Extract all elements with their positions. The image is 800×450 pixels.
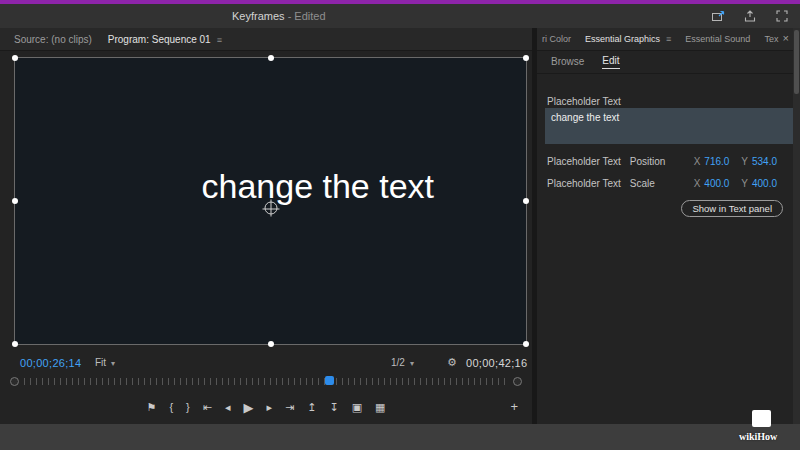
layer-name: change the text: [551, 112, 619, 123]
playback-resolution-dropdown[interactable]: 1/2▾: [391, 357, 414, 368]
tab-essential-graphics-label: Essential Graphics: [585, 34, 660, 44]
property-row-position: Placeholder Text Position X 716.0 Y 534.…: [547, 154, 783, 168]
x-axis-label: X: [694, 178, 701, 189]
step-back-button[interactable]: ◂: [225, 402, 231, 413]
close-icon[interactable]: ×: [783, 32, 789, 44]
panel-menu-icon[interactable]: ≡: [217, 35, 222, 45]
timeline-strip: [0, 424, 800, 450]
chevron-down-icon: ▾: [410, 359, 414, 368]
property-row-scale: Placeholder Text Scale X 400.0 Y 400.0: [547, 176, 783, 190]
time-ruler[interactable]: [24, 378, 508, 385]
zoom-handle-right[interactable]: [513, 377, 522, 386]
mark-out-button[interactable]: }: [186, 402, 190, 413]
tab-program-monitor[interactable]: Program: Sequence 01≡: [108, 34, 222, 45]
selection-handle-top-center[interactable]: [268, 55, 274, 61]
y-axis-label: Y: [741, 178, 748, 189]
monitor-tabstrip: Source: (no clips) Program: Sequence 01≡: [0, 28, 532, 51]
selection-handle-top-left[interactable]: [12, 55, 18, 61]
fit-dropdown-value: Fit: [95, 357, 106, 368]
comparison-view-button[interactable]: ▦: [375, 402, 385, 413]
go-to-in-button[interactable]: ⇤: [203, 402, 212, 413]
title-bar: Keyframes - Edited: [0, 4, 800, 29]
current-timecode[interactable]: 00;00;26;14: [20, 357, 81, 369]
tab-program-monitor-label: Program: Sequence 01: [108, 34, 211, 45]
selection-handle-mid-left[interactable]: [12, 198, 18, 204]
transport-controls: ⚑ { } ⇤ ◂ ▶ ▸ ⇥ ↥ ↧ ▣ ▦ +: [0, 392, 532, 422]
playhead-marker[interactable]: [325, 376, 334, 385]
x-axis-label: X: [694, 156, 701, 167]
position-y-value[interactable]: 534.0: [752, 156, 783, 167]
essential-graphics-panel: ri Color Essential Graphics≡ Essential S…: [537, 28, 793, 424]
panel-scrollbar[interactable]: [793, 28, 800, 424]
monitor-controls-row: 00;00;26;14 Fit▾ 1/2▾ ⚙ 00;00;42;16: [0, 353, 532, 373]
property-layer-name: Placeholder Text: [547, 178, 621, 189]
property-kind: Position: [630, 156, 666, 167]
anchor-point-icon[interactable]: [264, 202, 277, 215]
selection-handle-top-right[interactable]: [523, 55, 529, 61]
playback-resolution-value: 1/2: [391, 357, 405, 368]
settings-wrench-icon[interactable]: ⚙: [447, 356, 457, 369]
tab-source-monitor[interactable]: Source: (no clips): [14, 34, 92, 45]
scale-y-value[interactable]: 400.0: [752, 178, 783, 189]
add-marker-button[interactable]: ⚑: [147, 402, 157, 413]
layers-header: Placeholder Text: [547, 96, 621, 107]
lift-button[interactable]: ↥: [307, 402, 316, 413]
position-values: X 716.0 Y 534.0: [694, 156, 783, 167]
graphics-subtabs: Browse Edit: [537, 51, 793, 74]
export-frame-button[interactable]: ▣: [352, 402, 362, 413]
watermark-text: wikiHow: [739, 431, 777, 442]
position-x-value[interactable]: 716.0: [704, 156, 735, 167]
titlebar-icon-group: [710, 8, 790, 24]
tab-lumetri-color-partial[interactable]: ri Color: [542, 34, 571, 44]
quick-export-icon[interactable]: [710, 8, 726, 24]
program-monitor-panel: Source: (no clips) Program: Sequence 01≡…: [0, 28, 532, 424]
y-axis-label: Y: [741, 156, 748, 167]
subtab-edit[interactable]: Edit: [602, 55, 619, 69]
right-tabstrip: ri Color Essential Graphics≡ Essential S…: [537, 28, 793, 51]
go-to-out-button[interactable]: ⇥: [285, 402, 294, 413]
extract-button[interactable]: ↧: [329, 402, 338, 413]
mark-in-button[interactable]: {: [169, 402, 173, 413]
fit-dropdown[interactable]: Fit▾: [95, 357, 115, 368]
project-name: Keyframes: [232, 10, 285, 22]
monitor-scrubber[interactable]: [10, 375, 522, 387]
subtab-browse[interactable]: Browse: [551, 56, 584, 69]
show-in-text-panel-button[interactable]: Show in Text panel: [681, 200, 783, 217]
graphic-text-layer[interactable]: change the text: [202, 167, 435, 206]
zoom-handle-left[interactable]: [10, 377, 19, 386]
window-title: Keyframes - Edited: [232, 10, 326, 22]
property-layer-name: Placeholder Text: [547, 156, 621, 167]
watermark-box: [752, 410, 771, 427]
play-button[interactable]: ▶: [244, 401, 254, 414]
selection-handle-bottom-center[interactable]: [268, 341, 274, 347]
panel-menu-icon[interactable]: ≡: [666, 34, 671, 44]
duration-timecode: 00;00;42;16: [466, 357, 527, 369]
edited-status: - Edited: [285, 10, 326, 22]
selection-handle-mid-right[interactable]: [523, 198, 529, 204]
scrollbar-thumb[interactable]: [794, 30, 799, 94]
tab-text-partial[interactable]: Tex: [764, 34, 778, 44]
button-editor-plus[interactable]: +: [510, 399, 518, 414]
step-forward-button[interactable]: ▸: [267, 402, 273, 413]
property-kind: Scale: [630, 178, 655, 189]
scale-x-value[interactable]: 400.0: [704, 178, 735, 189]
tab-essential-graphics[interactable]: Essential Graphics≡: [585, 34, 671, 44]
program-monitor-canvas[interactable]: change the text: [14, 57, 527, 345]
fullscreen-icon[interactable]: [774, 8, 790, 24]
selected-layer-row[interactable]: change the text: [545, 108, 793, 144]
chevron-down-icon: ▾: [111, 359, 115, 368]
selection-handle-bottom-right[interactable]: [523, 341, 529, 347]
scale-values: X 400.0 Y 400.0: [694, 178, 783, 189]
selection-handle-bottom-left[interactable]: [12, 341, 18, 347]
premiere-window: Keyframes - Edited Source: (no clips) Pr…: [0, 0, 800, 450]
tab-essential-sound[interactable]: Essential Sound: [685, 34, 750, 44]
share-icon[interactable]: [742, 8, 758, 24]
